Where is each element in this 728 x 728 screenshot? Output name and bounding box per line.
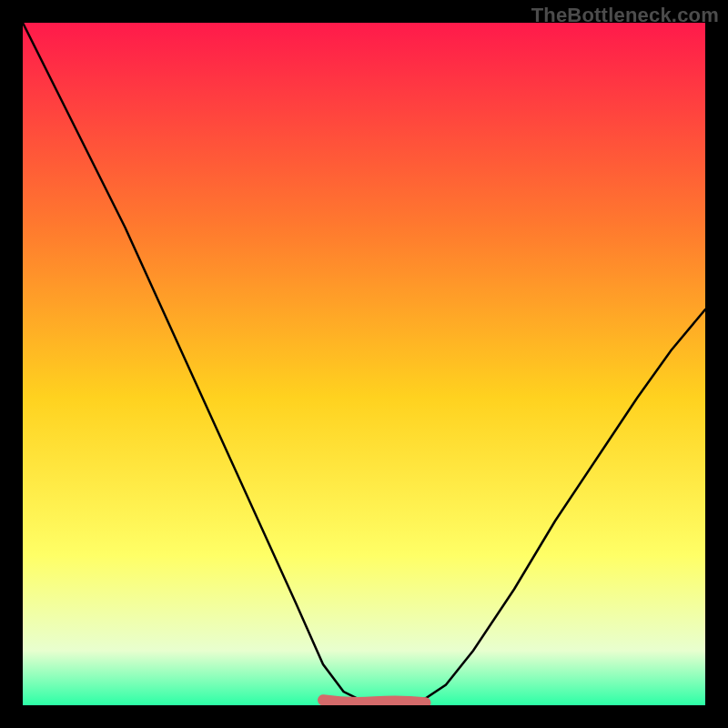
- valley-highlight: [323, 700, 426, 703]
- gradient-background: [23, 23, 705, 705]
- watermark-text: TheBottleneck.com: [531, 4, 719, 27]
- chart-frame: TheBottleneck.com: [0, 0, 728, 728]
- plot-area: [23, 23, 705, 705]
- bottleneck-plot-svg: [23, 23, 705, 705]
